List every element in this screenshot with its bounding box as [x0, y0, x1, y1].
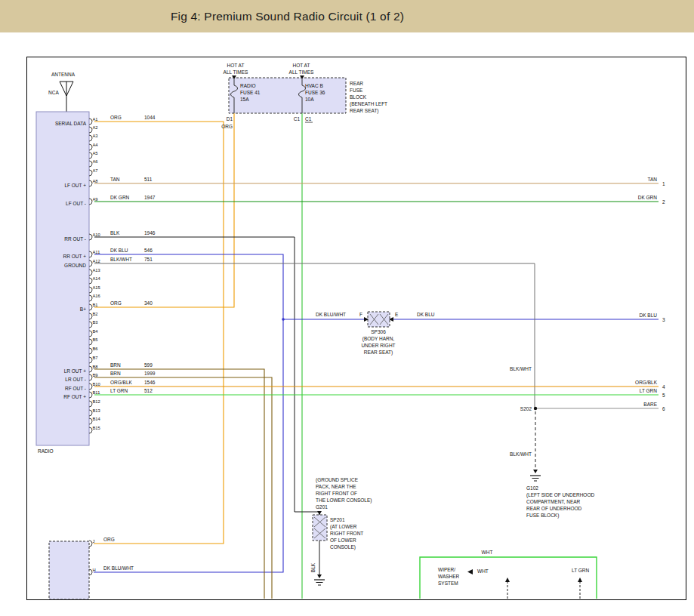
fuse-36-rating: 10A [305, 97, 314, 102]
radio-connector-pin-B3: B3 [93, 320, 98, 325]
radio-connector-pin-arc-A14 [89, 278, 92, 284]
radio-connector-pin-B11: B11 [93, 390, 100, 395]
label-h-dk-blu-wht: DK BLU/WHT [103, 565, 134, 571]
conn-d1-wire: ORG [221, 124, 233, 129]
radio-caption: RADIO [38, 448, 54, 454]
splice-sp306: FEDK BLU/WHTDK BLUSP306(BODY HARN,UNDER … [316, 312, 435, 356]
radio-connector-pin-arc-A13 [89, 270, 92, 276]
wiper-washer-system: WHTWIPER/WASHERSYSTEMWHTLT GRN [420, 550, 597, 599]
fn-lf-out-neg: LF OUT - [66, 201, 86, 206]
fn-serial-data: SERIAL DATA [55, 121, 87, 126]
antenna-label: ANTENNA [51, 72, 76, 77]
wire-labels-label-10: BLK/WHT [110, 257, 132, 262]
radio-connector-pin-arc-B4 [89, 331, 92, 337]
rear-fuse-block-label-11: FUSE [350, 88, 363, 93]
wire-labels-label-17: 1999 [144, 371, 156, 376]
nca-label: NCA [48, 90, 59, 95]
fn-rr-out-pos: RR OUT + [63, 254, 87, 259]
splice-s202-ground-g102-label-5: COMPARTMENT, NEAR [526, 499, 581, 504]
diagram-svg: ANTENNANCAHOT ATALL TIMESHOT ATALL TIMES… [0, 0, 694, 616]
fuse-block-note: REAR [350, 81, 363, 86]
wire-battery-org [94, 113, 234, 307]
wires [94, 113, 659, 599]
fuse-36-id: FUSE 36 [305, 90, 325, 95]
lower-left-connector-pin-H: H [93, 568, 96, 572]
lower-connector-box [49, 541, 89, 599]
splice-sp201-ground-g201-label-7: RIGHT FRONT [330, 531, 363, 536]
lt-grn-continues-arrow [578, 578, 582, 582]
sp306-pin-f: F [359, 312, 362, 317]
radio-connector-pin-B10: B10 [93, 382, 100, 387]
radio-connector-pin-B2: B2 [93, 312, 98, 316]
wht-continues-arrow [505, 578, 510, 582]
radio-connector-pin-A14: A14 [93, 276, 101, 281]
fn-battery: B+ [80, 306, 86, 312]
label-wht-inner: WHT [477, 568, 489, 574]
sp201-box [313, 515, 327, 541]
wire-labels-label-18: ORG/BLK [110, 380, 133, 385]
wire-labels-label-19: 1546 [144, 380, 156, 385]
hot-at-2: HOT AT [293, 63, 310, 68]
radio-connector-pin-A10: A10 [93, 233, 100, 237]
wire-rr-out-neg-blk [94, 237, 319, 515]
splice-sp306-label-6: UNDER RIGHT [361, 343, 395, 348]
rear-fuse-block: HOT ATALL TIMESHOT ATALL TIMESRADIOFUSE … [221, 63, 387, 129]
wiper-washer-system-label-2: WASHER [438, 574, 460, 579]
label-wht-top: WHT [482, 550, 493, 555]
fn-lf-out-pos: LF OUT + [64, 183, 86, 188]
radio-connector-pin-arc-A2 [89, 127, 92, 133]
fuse-41-name: RADIO [240, 83, 256, 88]
radio-connector-pin-arc-A8 [89, 180, 92, 186]
splice-s202-ground-g102-label-6: REAR OF UNDERHOOD [526, 506, 582, 511]
wire-ground-blk-wht [94, 263, 535, 407]
radio-connector-pin-arc-A16 [89, 295, 92, 301]
edge-label-dk-grn: DK GRN [638, 195, 658, 200]
radio-connector-pin-arc-A12 [89, 260, 92, 266]
radio-connector-pin-arc-B7 [89, 357, 92, 363]
radio-connector-pin-A2: A2 [93, 125, 98, 130]
antenna-line-1 [60, 82, 66, 96]
splice-sp201-ground-g201-label-2: RIGHT FRONT OF [316, 491, 357, 496]
radio-connector-pin-arc-A11 [89, 251, 92, 257]
wire-labels-label-2: TAN [110, 177, 120, 182]
splice-sp201-ground-g201-label-6: (AT LOWER [330, 524, 357, 530]
rear-fuse-block-label-14: REAR SEAT) [350, 108, 379, 114]
wire-labels-label-12: ORG [110, 300, 122, 306]
radio-connector-pin-B1: B1 [93, 303, 98, 307]
s202-splice-dot [534, 407, 537, 410]
fn-lr-out-neg: LR OUT - [65, 377, 86, 382]
splice-s202-ground-g102: BLK/WHTS202BLK/WHTG102(LEFT SIDE OF UNDE… [510, 366, 594, 519]
fn-ground: GROUND [64, 263, 86, 268]
wire-lr-out-pos-brn [94, 369, 264, 599]
radio-connector-pin-B13: B13 [93, 408, 100, 413]
wire-labels-label-9: 546 [144, 248, 153, 253]
wire-labels-label-1: 1044 [144, 115, 156, 120]
wire-labels-label-6: BLK [110, 230, 120, 236]
wire-labels-label-4: DK GRN [110, 195, 130, 200]
splice-sp306-label-7: REAR SEAT) [364, 350, 393, 356]
conn-c1-left: C1 [294, 116, 301, 122]
radio-connector-pin-A9: A9 [93, 197, 98, 202]
label-blk-vertical: BLK [310, 562, 316, 572]
rear-fuse-block-label-12: BLOCK [350, 94, 367, 100]
edge-label-lt-grn: LT GRN [640, 388, 658, 393]
radio-connector-pin-arc-B14 [89, 418, 92, 424]
radio-connector-pin-B14: B14 [93, 417, 101, 421]
label-j-org: ORG [103, 537, 115, 542]
fuse-41-id: FUSE 41 [240, 90, 261, 95]
sp306-pin-e: E [395, 312, 399, 317]
radio-connector-pin-arc-B6 [89, 348, 92, 354]
wire-labels-label-21: 512 [144, 388, 153, 393]
radio-connector-pin-arc-B9 [89, 374, 92, 380]
radio-connector-pin-A4: A4 [93, 143, 99, 147]
radio-connector-pin-arc-B13 [89, 410, 92, 416]
radio-connector-pin-B4: B4 [93, 329, 99, 334]
edge-label-tan: TAN [647, 177, 657, 182]
radio-connector-pin-B7: B7 [93, 356, 98, 360]
wire-labels-label-7: 1946 [144, 230, 156, 236]
wire-serial-data-org [94, 122, 224, 544]
fn-rf-out-pos: RF OUT + [63, 394, 86, 399]
wire-labels-label-15: 599 [144, 362, 153, 368]
ref-4: 4 [662, 384, 665, 390]
radio-connector-pin-A15: A15 [93, 285, 100, 290]
